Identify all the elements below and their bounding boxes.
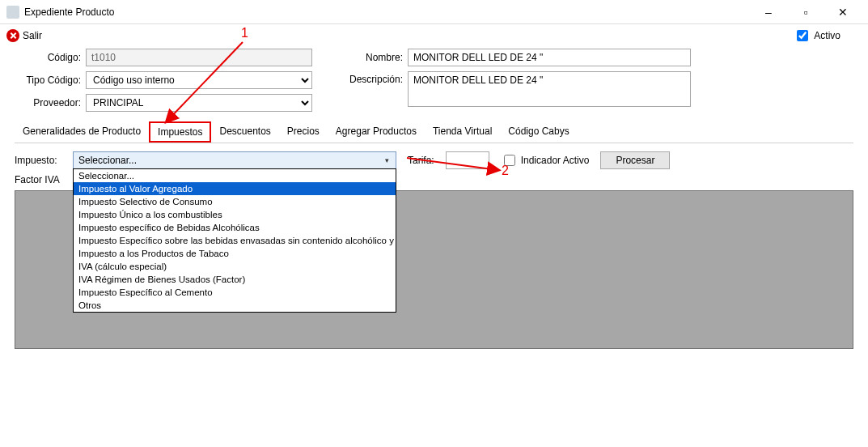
panel-controls-row: Impuesto: Seleccionar... ▾ Seleccionar..… <box>15 151 853 169</box>
combo-option[interactable]: Impuesto Específico sobre las bebidas en… <box>74 234 396 247</box>
tab-precios[interactable]: Precios <box>279 121 328 143</box>
combo-option[interactable]: Otros <box>74 299 396 312</box>
indicador-activo-label: Indicador Activo <box>521 155 590 166</box>
activo-label: Activo <box>814 30 840 41</box>
descripcion-field[interactable] <box>408 71 691 107</box>
impuesto-label: Impuesto: <box>15 155 61 166</box>
tab-descuentos[interactable]: Descuentos <box>211 121 278 143</box>
form-header: Código: Tipo Código: Código uso interno … <box>0 47 868 117</box>
maximize-button[interactable]: ▫ <box>787 0 824 24</box>
combo-option[interactable]: Impuesto Único a los combustibles <box>74 208 396 221</box>
app-icon <box>6 6 19 19</box>
impuesto-combo[interactable]: Seleccionar... ▾ <box>73 151 396 169</box>
annotation-2: 2 <box>502 164 509 178</box>
tipo-codigo-select[interactable]: Código uso interno <box>86 71 312 89</box>
impuesto-combo-value: Seleccionar... <box>78 155 137 166</box>
salir-label: Salir <box>23 30 42 41</box>
combo-option[interactable]: Impuesto Específico al Cemento <box>74 286 396 299</box>
combo-option[interactable]: IVA (cálculo especial) <box>74 260 396 273</box>
activo-container: Activo <box>794 28 840 44</box>
minimize-button[interactable]: – <box>750 0 787 24</box>
factor-iva-label: Factor IVA <box>15 174 61 185</box>
combo-option[interactable]: Seleccionar... <box>74 169 396 182</box>
salir-button[interactable]: Salir <box>6 29 42 42</box>
tab-agregar-productos[interactable]: Agregar Productos <box>328 121 425 143</box>
tarifa-input[interactable] <box>446 151 489 169</box>
toolbar: Salir Activo <box>0 24 868 47</box>
tab-codigo-cabys[interactable]: Código Cabys <box>500 121 577 143</box>
codigo-label: Código: <box>15 52 81 63</box>
tarifa-label: Tarifa: <box>408 155 434 166</box>
combo-option[interactable]: Impuesto a los Productos de Tabaco <box>74 247 396 260</box>
form-col-left: Código: Tipo Código: Código uso interno … <box>15 49 312 112</box>
close-button[interactable]: ✕ <box>824 0 862 24</box>
tab-strip: Generalidades de Producto Impuestos Desc… <box>0 117 868 143</box>
proveedor-label: Proveedor: <box>15 97 81 109</box>
tab-generalidades[interactable]: Generalidades de Producto <box>15 121 149 143</box>
close-circle-icon <box>6 29 19 42</box>
proveedor-select[interactable]: PRINCIPAL <box>86 94 312 112</box>
form-col-right: Nombre: Descripción: <box>345 49 691 112</box>
codigo-field <box>86 49 312 66</box>
window-title: Expediente Producto <box>24 6 750 18</box>
tab-panel-impuestos: Impuesto: Seleccionar... ▾ Seleccionar..… <box>0 143 868 185</box>
activo-checkbox[interactable] <box>797 30 808 41</box>
combo-option[interactable]: IVA Régimen de Bienes Usados (Factor) <box>74 273 396 286</box>
combo-option[interactable]: Impuesto específico de Bebidas Alcohólic… <box>74 221 396 234</box>
window-buttons: – ▫ ✕ <box>750 0 862 24</box>
annotation-1: 1 <box>241 26 248 40</box>
procesar-button[interactable]: Procesar <box>600 151 670 169</box>
chevron-down-icon: ▾ <box>381 155 392 166</box>
descripcion-label: Descripción: <box>345 71 403 85</box>
indicador-activo-wrap[interactable]: Indicador Activo <box>501 152 590 168</box>
combo-option[interactable]: Impuesto Selectivo de Consumo <box>74 195 396 208</box>
impuesto-dropdown[interactable]: Seleccionar... Impuesto al Valor Agregad… <box>73 168 396 313</box>
combo-option[interactable]: Impuesto al Valor Agregado <box>74 182 396 195</box>
tipo-codigo-label: Tipo Código: <box>15 74 81 86</box>
tab-impuestos[interactable]: Impuestos <box>149 121 211 143</box>
nombre-label: Nombre: <box>345 52 403 63</box>
impuesto-combo-wrap: Seleccionar... ▾ Seleccionar... Impuesto… <box>73 151 396 169</box>
tab-tienda-virtual[interactable]: Tienda Virtual <box>425 121 500 143</box>
titlebar: Expediente Producto – ▫ ✕ <box>0 0 868 24</box>
nombre-field[interactable] <box>408 49 691 66</box>
